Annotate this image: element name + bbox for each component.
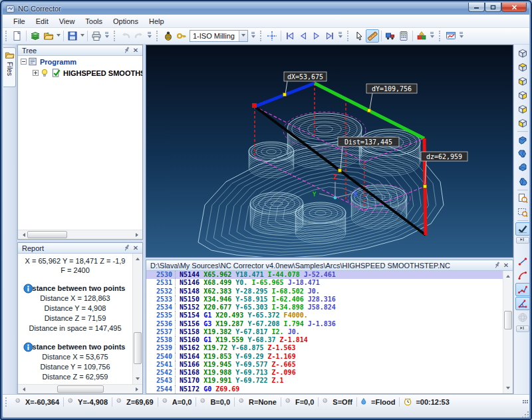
cube-front-button[interactable] xyxy=(515,75,530,88)
dropdown-arrow-icon[interactable] xyxy=(55,29,61,43)
save-button[interactable] xyxy=(66,29,79,43)
toolbar-grip[interactable] xyxy=(114,31,117,41)
checked-doc-icon[interactable] xyxy=(51,68,61,78)
calculator-button[interactable] xyxy=(397,29,410,43)
open-folder-button[interactable] xyxy=(42,29,55,43)
nav-first-button[interactable] xyxy=(283,29,297,43)
report-hscrollbar[interactable] xyxy=(18,384,142,393)
print-button[interactable] xyxy=(90,29,103,43)
crosshair-button[interactable] xyxy=(265,29,279,43)
report-vscrollbar[interactable] xyxy=(132,254,142,384)
solid-view-4-button[interactable] xyxy=(515,175,530,188)
menu-tools[interactable]: Tools xyxy=(80,16,108,27)
scroll-up-arrow[interactable] xyxy=(133,254,142,262)
menu-file[interactable]: File xyxy=(8,16,31,27)
code-line-2530[interactable]: 2530N5144 X65.962 Y18.471 I-44.078 J-52.… xyxy=(146,271,513,279)
scroll-down-arrow[interactable] xyxy=(503,385,513,393)
toolbar-overflow-button[interactable] xyxy=(458,29,464,43)
zoom-page-button[interactable] xyxy=(515,192,530,205)
viewport-3d[interactable]: Z X Y xyxy=(146,45,513,258)
scroll-up-arrow[interactable] xyxy=(503,271,513,280)
cube-top-button[interactable] xyxy=(515,61,530,74)
code-line-2540[interactable]: 2540N5164 X19.853 Y-69.29 Z-1.169 xyxy=(146,353,513,361)
editor-body[interactable]: 2530N5144 X65.962 Y18.471 I-44.078 J-52.… xyxy=(146,271,513,393)
measure-line-button[interactable] xyxy=(515,255,530,268)
close-icon[interactable]: ✕ xyxy=(131,46,140,55)
tree-node-programm[interactable]: Programm xyxy=(18,56,142,67)
toolbar-grip[interactable] xyxy=(5,31,9,41)
solid-view-3-button[interactable] xyxy=(515,161,530,174)
menu-view[interactable]: View xyxy=(54,16,80,27)
pin-icon[interactable] xyxy=(122,244,131,252)
toolbar-overflow-button[interactable] xyxy=(337,29,343,43)
code-line-2534[interactable]: 2534N5152 X20.677 Y-65.303 I-34.898 J58.… xyxy=(146,304,513,312)
dropdown-arrow-icon[interactable] xyxy=(79,29,85,43)
toolbar-overflow-button[interactable] xyxy=(104,29,110,43)
code-line-2541[interactable]: 2541N5166 X19.945 Y-69.577 Z-.665 xyxy=(146,361,513,369)
cube-wire-button[interactable] xyxy=(515,47,530,60)
code-line-2544[interactable]: 2544N5172 G0 Z69.69 xyxy=(146,385,513,393)
solid-view-1-button[interactable] xyxy=(515,133,530,146)
code-line-2533[interactable]: 2533N5150 X34.946 Y-58.915 I-62.406 J28.… xyxy=(146,296,513,304)
close-icon[interactable]: ✕ xyxy=(131,244,140,252)
code-line-2531[interactable]: 2531N5146 X68.499 Y0. I-65.965 J-18.471 xyxy=(146,279,513,287)
nav-prev-button[interactable] xyxy=(297,29,310,43)
chevron-down-icon[interactable] xyxy=(239,31,247,41)
menu-help[interactable]: Help xyxy=(144,16,170,27)
measure-angle-button[interactable] xyxy=(515,297,530,310)
maximize-button[interactable] xyxy=(485,3,501,12)
measure-arc-button[interactable] xyxy=(515,269,530,282)
code-line-2538[interactable]: 2538N5160 G1 X19.559 Y-68.37 Z-1.814 xyxy=(146,336,513,344)
menu-options[interactable]: Options xyxy=(108,16,144,27)
code-line-2532[interactable]: 2532N5148 X62.383 Y-28.295 I-68.502 J0. xyxy=(146,288,513,296)
plot-monitor-button[interactable] xyxy=(444,29,458,43)
truck-button[interactable] xyxy=(384,29,397,43)
bug-button[interactable] xyxy=(162,29,175,43)
resize-grip[interactable] xyxy=(521,411,529,417)
files-tab[interactable]: Files xyxy=(3,47,16,87)
code-line-2542[interactable]: 2542N5168 X19.988 Y-69.713 Z-.096 xyxy=(146,369,513,377)
key-button[interactable] xyxy=(175,29,188,43)
expand-icon[interactable] xyxy=(33,70,39,76)
toolbar-grip[interactable] xyxy=(156,31,160,41)
nav-next-button[interactable] xyxy=(310,29,323,43)
toolbar-grip[interactable] xyxy=(260,31,263,41)
tree-node-file[interactable]: HIGHSPEED SMOOTHSTEP.NC xyxy=(18,67,142,79)
collapse-icon[interactable] xyxy=(21,59,27,65)
scroll-right-arrow[interactable] xyxy=(133,385,142,393)
cube-left-button[interactable] xyxy=(515,116,530,130)
close-icon[interactable]: ✕ xyxy=(501,261,511,270)
ruler-button[interactable] xyxy=(366,29,379,43)
solid-view-2-button[interactable] xyxy=(515,147,530,160)
code-line-2543[interactable]: 2543N5170 X19.991 Y-69.722 Z.1 xyxy=(146,377,513,385)
zoom-window-button[interactable] xyxy=(515,206,530,219)
measure-chain-button[interactable] xyxy=(515,283,530,296)
code-line-2535[interactable]: 2535N5154 G1 X20.493 Y-65.372 F4000. xyxy=(146,312,513,319)
pin-icon[interactable] xyxy=(492,261,501,270)
code-line-2537[interactable]: 2537N5158 X19.382 Y-67.817 I2. J0. xyxy=(146,328,513,336)
toolbar-overflow-button[interactable] xyxy=(146,29,152,43)
bulb-icon[interactable] xyxy=(40,68,50,78)
scroll-left-arrow[interactable] xyxy=(18,385,27,393)
menu-edit[interactable]: Edit xyxy=(31,16,54,27)
scroll-down-arrow[interactable] xyxy=(133,375,142,384)
toolbar-expand-button[interactable] xyxy=(516,325,529,332)
code-line-2536[interactable]: 2536N5156 G3 X19.287 Y-67.208 I.794 J-1.… xyxy=(146,320,513,328)
pin-icon[interactable] xyxy=(122,46,131,55)
editor-vscrollbar[interactable] xyxy=(503,271,513,393)
nav-last-button[interactable] xyxy=(323,29,336,43)
toolbar-grip[interactable] xyxy=(347,31,350,41)
status-overflow-button[interactable] xyxy=(523,400,528,403)
toolbar-expand-button[interactable] xyxy=(516,237,529,244)
apply-check-button[interactable] xyxy=(515,222,530,236)
cursor-button[interactable] xyxy=(352,29,366,43)
color-shapes-button[interactable] xyxy=(415,29,428,43)
scroll-right-arrow[interactable] xyxy=(133,230,142,239)
new-file-button[interactable] xyxy=(11,29,24,43)
minimize-button[interactable] xyxy=(468,3,485,12)
machine-select-combobox[interactable]: 1-ISO Milling xyxy=(190,30,248,42)
tree-hscrollbar[interactable] xyxy=(18,230,142,239)
title-bar[interactable]: NC Corrector xyxy=(3,3,529,15)
open-layers-button[interactable] xyxy=(29,29,42,43)
cube-right-button[interactable] xyxy=(515,103,530,116)
